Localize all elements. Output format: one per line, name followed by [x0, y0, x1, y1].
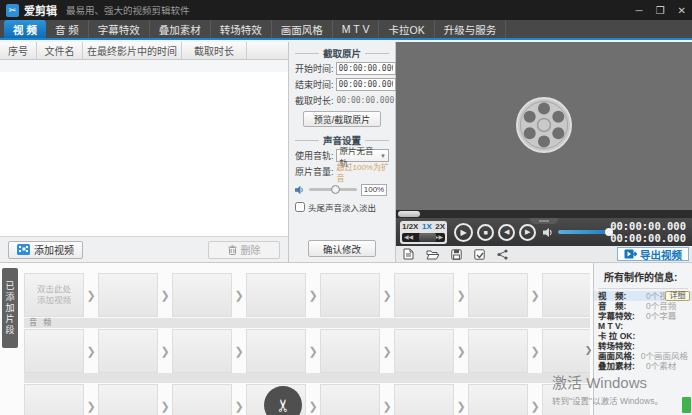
file-list-stripe — [0, 60, 288, 72]
close-button[interactable]: ✕ — [678, 5, 686, 16]
timeline-clip-slot[interactable] — [394, 273, 454, 317]
save-as-icon[interactable] — [474, 249, 485, 260]
clip-duration-row: 截取时长: 00:00:00.000 — [295, 94, 389, 107]
speed-scrubber-knob[interactable] — [419, 233, 436, 242]
transition-chevron-icon — [380, 345, 394, 358]
timeline-clip-slot[interactable] — [98, 329, 158, 373]
transition-chevron-icon — [84, 289, 98, 302]
tab-upgrade[interactable]: 升级与服务 — [435, 20, 507, 38]
stop-button[interactable]: ■ — [477, 224, 494, 241]
timeline-clip-slot[interactable] — [468, 384, 528, 415]
maximize-button[interactable]: ❐ — [656, 5, 665, 16]
timeline-clip-slot[interactable] — [394, 329, 454, 373]
time-current: 00:00:00.000 — [610, 220, 686, 232]
timeline-clip-slot[interactable] — [542, 384, 590, 415]
volume-slider-knob[interactable] — [331, 185, 340, 194]
timeline-clip-slot[interactable] — [172, 273, 232, 317]
timeline-clip-slot[interactable] — [320, 273, 380, 317]
step-back-button[interactable]: ◀ — [498, 224, 515, 241]
timeline-clip-slot[interactable] — [24, 384, 84, 415]
timeline-clip-slot[interactable] — [320, 329, 380, 373]
new-project-icon[interactable] — [403, 248, 414, 260]
seek-bar[interactable] — [396, 210, 692, 218]
info-row-mtv: M T V: — [594, 321, 692, 331]
speed-1x-button[interactable]: 1X — [422, 222, 432, 232]
timeline-clip-slot[interactable] — [98, 273, 158, 317]
fade-checkbox[interactable] — [295, 202, 305, 212]
timeline-clip-slot[interactable] — [246, 273, 306, 317]
start-time-label: 开始时间: — [295, 62, 334, 75]
info-panel-expander[interactable] — [584, 339, 593, 361]
speed-2x-button[interactable]: 2X — [435, 222, 445, 232]
transition-chevron-icon — [158, 400, 172, 413]
timeline-region: 已添加片段 双击此处 添加视频 音 频 — [0, 262, 692, 415]
timeline-clip-slot[interactable] — [172, 384, 232, 415]
start-time-input[interactable] — [336, 62, 396, 75]
timeline-clip-slot[interactable]: 双击此处 添加视频 — [24, 273, 84, 317]
timeline-clip-slot[interactable] — [246, 329, 306, 373]
detail-button[interactable]: 详细 — [665, 291, 690, 301]
app-logo-icon: ✂ — [6, 4, 19, 17]
speed-selector: 1/2X 1X 2X ◀◀ ▶▶ — [400, 221, 447, 244]
step-forward-button[interactable]: ▶ — [519, 224, 536, 241]
transition-chevron-icon — [232, 345, 246, 358]
fade-row: 头尾声音淡入淡出 — [295, 201, 389, 213]
export-video-button[interactable]: 导出视频 — [617, 247, 689, 261]
time-total: 00:00:00.000 — [610, 232, 686, 244]
tab-audio[interactable]: 音 频 — [46, 20, 89, 38]
transition-chevron-icon — [454, 345, 468, 358]
col-spacer — [247, 42, 288, 59]
timeline-clip-slot[interactable] — [394, 384, 454, 415]
minimize-button[interactable]: ─ — [636, 5, 643, 16]
volume-row: 原片音量: 超过100%为扩音 — [295, 165, 389, 178]
share-icon[interactable] — [497, 249, 508, 260]
tab-mtv[interactable]: M T V — [333, 20, 380, 38]
timeline-clip-slot[interactable] — [468, 273, 528, 317]
volume-value[interactable]: 100% — [361, 184, 387, 196]
seek-handle[interactable] — [398, 211, 420, 217]
timeline-clip-slot[interactable] — [320, 384, 380, 415]
time-display: 00:00:00.000 00:00:00.000 — [610, 220, 688, 244]
clip-settings-panel: 截取原片 开始时间: 结束时间: 截取时长: 00:00:00.000 预览/截… — [289, 42, 396, 262]
confirm-changes-button[interactable]: 确认修改 — [308, 240, 376, 257]
timeline-clip-slot[interactable] — [172, 329, 232, 373]
tab-transition-effects[interactable]: 转场特效 — [211, 20, 272, 38]
preview-trim-button[interactable]: 预览/截取原片 — [303, 111, 382, 127]
end-time-input[interactable] — [336, 78, 396, 91]
volume-label: 原片音量: — [295, 165, 334, 178]
timeline-clip-slot[interactable] — [542, 329, 590, 373]
timeline-clip-slot[interactable] — [24, 329, 84, 373]
player-volume-slider[interactable] — [558, 230, 610, 234]
delete-button[interactable]: 删除 — [208, 241, 280, 259]
tab-karaoke[interactable]: 卡拉OK — [379, 20, 434, 38]
tab-subtitle-effects[interactable]: 字幕特效 — [89, 20, 150, 38]
timeline-clip-slot[interactable] — [98, 384, 158, 415]
col-filename[interactable]: 文件名 — [37, 42, 83, 59]
col-clip-duration[interactable]: 截取时长 — [182, 42, 247, 59]
col-index[interactable]: 序号 — [0, 42, 37, 59]
tab-picture-style[interactable]: 画面风格 — [272, 20, 333, 38]
transition-chevron-icon — [232, 289, 246, 302]
timeline-clip-slot[interactable] — [468, 329, 528, 373]
volume-hint: 超过100%为扩音 — [337, 161, 389, 183]
speed-half-button[interactable]: 1/2X — [402, 222, 418, 232]
timeline-clip-slot[interactable] — [542, 273, 590, 317]
transition-chevron-icon — [454, 400, 468, 413]
save-project-icon[interactable] — [451, 249, 462, 260]
chevron-down-icon: ▼ — [380, 153, 388, 159]
col-time-in-film[interactable]: 在最终影片中的时间 — [83, 42, 182, 59]
tab-overlay-material[interactable]: 叠加素材 — [150, 20, 211, 38]
play-button[interactable]: ▶ — [454, 223, 473, 242]
transition-chevron-icon — [158, 289, 172, 302]
volume-slider[interactable] — [309, 188, 357, 191]
info-row-video: 视 频: 0个视频 详细 — [594, 291, 692, 301]
tab-video[interactable]: 视 频 — [4, 20, 46, 38]
add-video-button[interactable]: 添加视频 — [8, 241, 83, 259]
added-clips-tab[interactable]: 已添加片段 — [2, 268, 18, 348]
controlbar-collapse-handle[interactable] — [530, 218, 558, 224]
speed-scrubber[interactable]: ◀◀ ▶▶ — [402, 233, 445, 242]
transition-chevron-icon — [306, 400, 320, 413]
file-list[interactable] — [0, 60, 288, 218]
info-row-karaoke: 卡 拉 OK: — [594, 331, 692, 341]
open-project-icon[interactable] — [426, 249, 439, 260]
